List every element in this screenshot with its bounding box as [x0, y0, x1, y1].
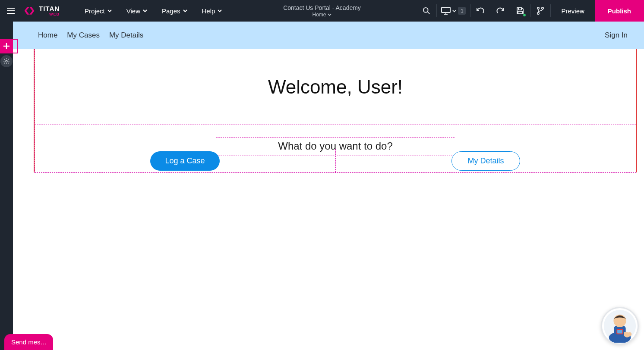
chevron-down-icon — [183, 9, 187, 13]
topbar-right: 1 Preview Publish — [417, 0, 644, 22]
device-preview-dropdown[interactable]: 1 — [437, 0, 470, 22]
sign-in-link[interactable]: Sign In — [605, 31, 628, 40]
svg-point-12 — [542, 7, 543, 9]
column-right[interactable]: My Details — [335, 149, 636, 172]
site-nav: Home My Cases My Details — [38, 31, 143, 40]
project-title-dropdown[interactable]: Contact Us Portal - Academy Home — [283, 4, 361, 18]
redo-button[interactable] — [490, 0, 510, 22]
version-branch-button[interactable] — [530, 0, 550, 22]
svg-rect-8 — [518, 8, 521, 10]
help-assistant-button[interactable] — [601, 307, 639, 345]
main-menu-button[interactable] — [0, 0, 22, 22]
menu-view[interactable]: View — [126, 7, 147, 15]
chevron-down-icon — [107, 9, 112, 13]
desktop-icon — [441, 7, 451, 15]
menu-view-label: View — [126, 7, 140, 15]
settings-button[interactable] — [0, 55, 13, 67]
nav-home[interactable]: Home — [38, 31, 57, 40]
svg-rect-9 — [518, 11, 522, 14]
svg-rect-5 — [442, 7, 450, 12]
menu-help-label: Help — [202, 7, 215, 15]
chevron-down-icon — [328, 12, 332, 16]
svg-point-10 — [537, 7, 539, 9]
menu-pages[interactable]: Pages — [162, 7, 187, 15]
site-header-strip[interactable]: Home My Cases My Details Sign In — [13, 22, 644, 49]
menu-help[interactable]: Help — [202, 7, 222, 15]
project-title: Contact Us Portal - Academy — [283, 4, 361, 11]
log-case-button[interactable]: Log a Case — [150, 151, 219, 171]
hamburger-icon — [6, 7, 15, 14]
redo-icon — [496, 7, 505, 15]
chevron-down-icon — [218, 9, 222, 13]
gear-icon — [3, 58, 10, 65]
menu-project-label: Project — [85, 7, 105, 15]
feedback-chip[interactable]: Send mes… — [4, 334, 53, 350]
svg-point-11 — [537, 12, 539, 14]
save-button[interactable] — [510, 0, 530, 22]
svg-rect-22 — [617, 330, 622, 334]
left-rail — [0, 22, 13, 350]
plus-icon — [3, 42, 10, 50]
top-menu: Project View Pages Help — [67, 7, 222, 15]
feedback-chip-label: Send mes… — [11, 338, 47, 346]
device-count-badge: 1 — [458, 7, 466, 15]
preview-button[interactable]: Preview — [551, 0, 594, 22]
menu-pages-label: Pages — [162, 7, 180, 15]
unsaved-indicator-icon — [523, 13, 526, 17]
nav-my-cases[interactable]: My Cases — [67, 31, 100, 40]
chevron-down-icon — [452, 9, 456, 13]
search-button[interactable] — [417, 0, 436, 22]
current-page-name: Home — [312, 12, 326, 18]
brand-name: TITAN — [39, 5, 60, 12]
svg-point-3 — [423, 8, 428, 12]
publish-button[interactable]: Publish — [595, 0, 644, 22]
brand-text: TITAN WEB — [39, 5, 60, 16]
add-element-button[interactable] — [0, 40, 13, 53]
publish-label: Publish — [608, 7, 631, 15]
brand-mark-icon — [23, 5, 35, 17]
canvas-body[interactable]: Welcome, User! What do you want to do? L… — [13, 49, 644, 350]
undo-icon — [476, 7, 485, 15]
brand-logo[interactable]: TITAN WEB — [22, 5, 67, 17]
svg-line-4 — [428, 12, 430, 14]
svg-point-15 — [6, 60, 7, 62]
button-columns: Log a Case My Details — [35, 149, 636, 172]
my-details-button[interactable]: My Details — [451, 151, 520, 171]
chevron-down-icon — [143, 9, 147, 13]
preview-label: Preview — [561, 7, 584, 15]
design-canvas[interactable]: Home My Cases My Details Sign In Welcome… — [13, 22, 644, 350]
brand-sub: WEB — [49, 12, 60, 16]
undo-button[interactable] — [470, 0, 490, 22]
column-left[interactable]: Log a Case — [35, 149, 335, 172]
hero-strip[interactable]: Welcome, User! — [35, 49, 636, 125]
margin-guide-right — [636, 49, 637, 172]
branch-icon — [537, 6, 544, 15]
svg-point-20 — [628, 332, 632, 337]
search-icon — [423, 7, 430, 15]
menu-project[interactable]: Project — [85, 7, 112, 15]
nav-my-details[interactable]: My Details — [109, 31, 143, 40]
welcome-heading[interactable]: Welcome, User! — [268, 76, 403, 98]
assistant-avatar-icon — [603, 309, 637, 343]
app-topbar: TITAN WEB Project View Pages Help Contac… — [0, 0, 644, 22]
